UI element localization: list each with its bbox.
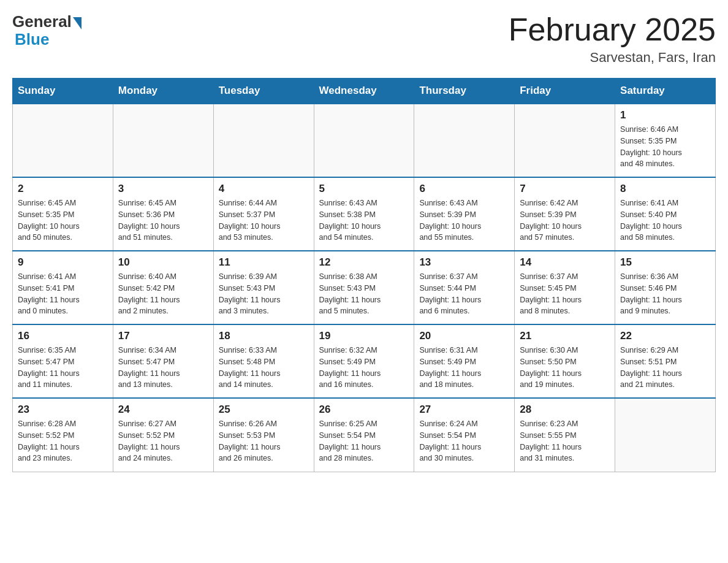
day-info: Sunrise: 6:44 AM Sunset: 5:37 PM Dayligh… xyxy=(219,197,309,243)
weekday-header-saturday: Saturday xyxy=(615,79,716,104)
day-number: 28 xyxy=(520,404,610,416)
day-number: 5 xyxy=(319,183,409,195)
calendar-cell: 12Sunrise: 6:38 AM Sunset: 5:43 PM Dayli… xyxy=(314,251,414,324)
day-info: Sunrise: 6:27 AM Sunset: 5:52 PM Dayligh… xyxy=(118,418,208,464)
day-number: 12 xyxy=(319,256,409,269)
day-number: 26 xyxy=(319,404,409,416)
calendar-cell: 27Sunrise: 6:24 AM Sunset: 5:54 PM Dayli… xyxy=(414,398,515,472)
title-block: February 2025 Sarvestan, Fars, Iran xyxy=(509,12,716,66)
weekday-header-wednesday: Wednesday xyxy=(314,79,414,104)
week-row-4: 16Sunrise: 6:35 AM Sunset: 5:47 PM Dayli… xyxy=(13,324,716,398)
day-number: 24 xyxy=(118,404,208,416)
day-info: Sunrise: 6:28 AM Sunset: 5:52 PM Dayligh… xyxy=(18,418,108,464)
day-info: Sunrise: 6:34 AM Sunset: 5:47 PM Dayligh… xyxy=(118,345,208,391)
calendar-cell xyxy=(113,104,213,177)
calendar-cell: 17Sunrise: 6:34 AM Sunset: 5:47 PM Dayli… xyxy=(113,324,213,398)
weekday-header-row: SundayMondayTuesdayWednesdayThursdayFrid… xyxy=(13,79,716,104)
day-number: 15 xyxy=(620,256,710,269)
calendar-cell: 10Sunrise: 6:40 AM Sunset: 5:42 PM Dayli… xyxy=(113,251,213,324)
calendar-cell: 1Sunrise: 6:46 AM Sunset: 5:35 PM Daylig… xyxy=(615,104,716,177)
day-number: 1 xyxy=(620,109,710,121)
day-number: 27 xyxy=(419,404,509,416)
calendar-cell: 11Sunrise: 6:39 AM Sunset: 5:43 PM Dayli… xyxy=(213,251,314,324)
day-info: Sunrise: 6:29 AM Sunset: 5:51 PM Dayligh… xyxy=(620,345,710,391)
day-number: 23 xyxy=(18,404,108,416)
week-row-1: 1Sunrise: 6:46 AM Sunset: 5:35 PM Daylig… xyxy=(13,104,716,177)
day-number: 10 xyxy=(118,256,208,269)
calendar-cell: 25Sunrise: 6:26 AM Sunset: 5:53 PM Dayli… xyxy=(213,398,314,472)
day-number: 3 xyxy=(118,183,208,195)
day-number: 16 xyxy=(18,330,108,342)
calendar-cell xyxy=(615,398,716,472)
day-info: Sunrise: 6:26 AM Sunset: 5:53 PM Dayligh… xyxy=(219,418,309,464)
day-number: 9 xyxy=(18,256,108,269)
day-number: 7 xyxy=(520,183,610,195)
calendar-cell xyxy=(515,104,615,177)
week-row-2: 2Sunrise: 6:45 AM Sunset: 5:35 PM Daylig… xyxy=(13,177,716,251)
logo-triangle-icon xyxy=(73,17,82,29)
month-title: February 2025 xyxy=(509,12,716,47)
week-row-5: 23Sunrise: 6:28 AM Sunset: 5:52 PM Dayli… xyxy=(13,398,716,472)
calendar-cell: 4Sunrise: 6:44 AM Sunset: 5:37 PM Daylig… xyxy=(213,177,314,251)
day-number: 19 xyxy=(319,330,409,342)
day-info: Sunrise: 6:30 AM Sunset: 5:50 PM Dayligh… xyxy=(520,345,610,391)
calendar-cell: 22Sunrise: 6:29 AM Sunset: 5:51 PM Dayli… xyxy=(615,324,716,398)
day-info: Sunrise: 6:42 AM Sunset: 5:39 PM Dayligh… xyxy=(520,197,610,243)
weekday-header-thursday: Thursday xyxy=(414,79,515,104)
day-number: 11 xyxy=(219,256,309,269)
calendar-cell: 26Sunrise: 6:25 AM Sunset: 5:54 PM Dayli… xyxy=(314,398,414,472)
day-info: Sunrise: 6:46 AM Sunset: 5:35 PM Dayligh… xyxy=(620,124,710,170)
day-info: Sunrise: 6:39 AM Sunset: 5:43 PM Dayligh… xyxy=(219,271,309,317)
calendar-cell xyxy=(213,104,314,177)
day-info: Sunrise: 6:33 AM Sunset: 5:48 PM Dayligh… xyxy=(219,345,309,391)
day-number: 22 xyxy=(620,330,710,342)
day-info: Sunrise: 6:31 AM Sunset: 5:49 PM Dayligh… xyxy=(419,345,509,391)
day-number: 17 xyxy=(118,330,208,342)
day-info: Sunrise: 6:37 AM Sunset: 5:45 PM Dayligh… xyxy=(520,271,610,317)
calendar-cell: 2Sunrise: 6:45 AM Sunset: 5:35 PM Daylig… xyxy=(13,177,113,251)
day-info: Sunrise: 6:23 AM Sunset: 5:55 PM Dayligh… xyxy=(520,418,610,464)
day-number: 25 xyxy=(219,404,309,416)
page-header: General Blue February 2025 Sarvestan, Fa… xyxy=(12,12,716,66)
calendar-table: SundayMondayTuesdayWednesdayThursdayFrid… xyxy=(12,78,716,472)
day-info: Sunrise: 6:41 AM Sunset: 5:41 PM Dayligh… xyxy=(18,271,108,317)
weekday-header-tuesday: Tuesday xyxy=(213,79,314,104)
day-number: 21 xyxy=(520,330,610,342)
calendar-cell: 20Sunrise: 6:31 AM Sunset: 5:49 PM Dayli… xyxy=(414,324,515,398)
day-info: Sunrise: 6:35 AM Sunset: 5:47 PM Dayligh… xyxy=(18,345,108,391)
week-row-3: 9Sunrise: 6:41 AM Sunset: 5:41 PM Daylig… xyxy=(13,251,716,324)
calendar-cell: 19Sunrise: 6:32 AM Sunset: 5:49 PM Dayli… xyxy=(314,324,414,398)
day-info: Sunrise: 6:40 AM Sunset: 5:42 PM Dayligh… xyxy=(118,271,208,317)
logo: General Blue xyxy=(12,12,82,49)
calendar-cell: 23Sunrise: 6:28 AM Sunset: 5:52 PM Dayli… xyxy=(13,398,113,472)
day-info: Sunrise: 6:43 AM Sunset: 5:39 PM Dayligh… xyxy=(419,197,509,243)
calendar-cell xyxy=(314,104,414,177)
calendar-cell: 16Sunrise: 6:35 AM Sunset: 5:47 PM Dayli… xyxy=(13,324,113,398)
day-info: Sunrise: 6:38 AM Sunset: 5:43 PM Dayligh… xyxy=(319,271,409,317)
calendar-cell: 18Sunrise: 6:33 AM Sunset: 5:48 PM Dayli… xyxy=(213,324,314,398)
day-info: Sunrise: 6:37 AM Sunset: 5:44 PM Dayligh… xyxy=(419,271,509,317)
calendar-cell: 6Sunrise: 6:43 AM Sunset: 5:39 PM Daylig… xyxy=(414,177,515,251)
day-info: Sunrise: 6:25 AM Sunset: 5:54 PM Dayligh… xyxy=(319,418,409,464)
day-number: 20 xyxy=(419,330,509,342)
day-number: 8 xyxy=(620,183,710,195)
day-info: Sunrise: 6:41 AM Sunset: 5:40 PM Dayligh… xyxy=(620,197,710,243)
weekday-header-sunday: Sunday xyxy=(13,79,113,104)
day-info: Sunrise: 6:45 AM Sunset: 5:35 PM Dayligh… xyxy=(18,197,108,243)
weekday-header-monday: Monday xyxy=(113,79,213,104)
calendar-cell: 7Sunrise: 6:42 AM Sunset: 5:39 PM Daylig… xyxy=(515,177,615,251)
day-info: Sunrise: 6:36 AM Sunset: 5:46 PM Dayligh… xyxy=(620,271,710,317)
calendar-cell: 3Sunrise: 6:45 AM Sunset: 5:36 PM Daylig… xyxy=(113,177,213,251)
weekday-header-friday: Friday xyxy=(515,79,615,104)
calendar-cell: 21Sunrise: 6:30 AM Sunset: 5:50 PM Dayli… xyxy=(515,324,615,398)
logo-general-text: General xyxy=(12,12,72,31)
day-number: 4 xyxy=(219,183,309,195)
day-number: 14 xyxy=(520,256,610,269)
calendar-cell: 24Sunrise: 6:27 AM Sunset: 5:52 PM Dayli… xyxy=(113,398,213,472)
day-number: 6 xyxy=(419,183,509,195)
calendar-cell: 9Sunrise: 6:41 AM Sunset: 5:41 PM Daylig… xyxy=(13,251,113,324)
calendar-cell: 5Sunrise: 6:43 AM Sunset: 5:38 PM Daylig… xyxy=(314,177,414,251)
day-number: 2 xyxy=(18,183,108,195)
calendar-cell xyxy=(13,104,113,177)
day-info: Sunrise: 6:45 AM Sunset: 5:36 PM Dayligh… xyxy=(118,197,208,243)
